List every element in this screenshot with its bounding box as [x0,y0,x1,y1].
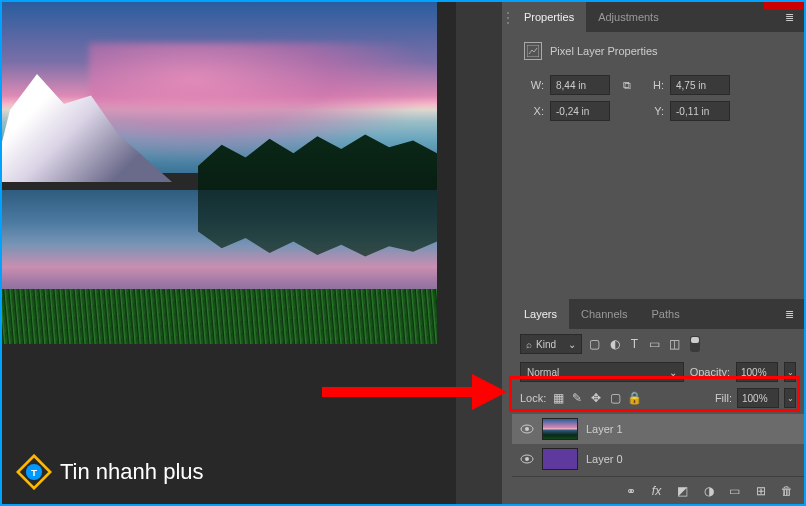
svg-marker-8 [472,374,507,410]
opacity-input[interactable]: 100% [736,362,778,382]
svg-text:T: T [31,467,37,478]
delete-layer-icon[interactable]: 🗑 [779,483,794,498]
filter-toggle[interactable] [690,336,700,352]
layer-thumbnail[interactable] [542,418,578,440]
tab-properties[interactable]: Properties [512,2,586,32]
opacity-dropdown[interactable]: ⌄ [784,362,796,382]
x-input[interactable]: -0,24 in [550,101,610,121]
layer-row[interactable]: Layer 1 [512,414,804,444]
layer-thumbnail[interactable] [542,448,578,470]
height-input[interactable]: 4,75 in [670,75,730,95]
adjustment-layer-icon[interactable]: ◑ [701,483,716,498]
layers-menu-icon[interactable]: ≣ [775,308,804,321]
lock-artboard-icon[interactable]: ▢ [608,391,622,406]
lock-position-icon[interactable]: ✥ [589,391,603,406]
filter-type-icon[interactable]: T [627,337,642,352]
layer-list: Layer 1 Layer 0 [512,414,804,476]
filter-shape-icon[interactable]: ▭ [647,337,662,352]
lock-all-icon[interactable]: 🔒 [627,391,641,406]
svg-point-4 [525,427,529,431]
properties-title: Pixel Layer Properties [550,45,658,57]
layer-name[interactable]: Layer 0 [586,453,623,465]
lock-label: Lock: [520,392,546,404]
blend-mode-select[interactable]: Normal⌄ [520,362,684,382]
logo-diamond-icon: T [16,454,52,490]
visibility-toggle[interactable] [520,422,534,437]
opacity-label: Opacity: [690,366,730,378]
filter-smart-icon[interactable]: ◫ [667,337,682,352]
filter-pixel-icon[interactable]: ▢ [587,337,602,352]
filter-kind-select[interactable]: ⌕Kind ⌄ [520,334,582,354]
height-label: H: [644,79,664,91]
lock-pixels-icon[interactable]: ▦ [551,391,565,406]
link-dimensions-icon[interactable]: ⧉ [616,79,638,92]
canvas-image [2,2,437,344]
mask-icon[interactable]: ◩ [675,483,690,498]
tab-paths[interactable]: Paths [640,299,692,329]
tab-adjustments[interactable]: Adjustments [586,2,671,32]
panel-menu-icon[interactable]: ≣ [775,11,804,24]
window-close-indicator[interactable] [764,2,804,10]
fill-input[interactable]: 100% [737,388,779,408]
watermark-logo: T Tin nhanh plus [16,454,204,490]
fill-label: Fill: [715,392,732,404]
fill-dropdown[interactable]: ⌄ [784,388,796,408]
width-input[interactable]: 8,44 in [550,75,610,95]
layers-panel: Layers Channels Paths ≣ ⌕Kind ⌄ ▢ ◐ T ▭ … [512,299,804,504]
new-layer-icon[interactable]: ⊞ [753,483,768,498]
tab-channels[interactable]: Channels [569,299,639,329]
layer-name[interactable]: Layer 1 [586,423,623,435]
filter-adjust-icon[interactable]: ◐ [607,337,622,352]
canvas-workspace: T Tin nhanh plus [2,2,456,504]
fx-icon[interactable]: fx [649,483,664,498]
visibility-toggle[interactable] [520,452,534,467]
lock-brush-icon[interactable]: ✎ [570,391,584,406]
svg-point-6 [525,457,529,461]
pixel-layer-icon [524,42,542,60]
tab-layers[interactable]: Layers [512,299,569,329]
logo-text: Tin nhanh plus [60,459,204,485]
link-layers-icon[interactable]: ⚭ [623,483,638,498]
group-icon[interactable]: ▭ [727,483,742,498]
width-label: W: [524,79,544,91]
annotation-arrow [322,372,507,412]
properties-panel: Properties Adjustments ≣ Pixel Layer Pro… [512,2,804,136]
y-label: Y: [644,105,664,117]
layer-row[interactable]: Layer 0 [512,444,804,474]
x-label: X: [524,105,544,117]
y-input[interactable]: -0,11 in [670,101,730,121]
